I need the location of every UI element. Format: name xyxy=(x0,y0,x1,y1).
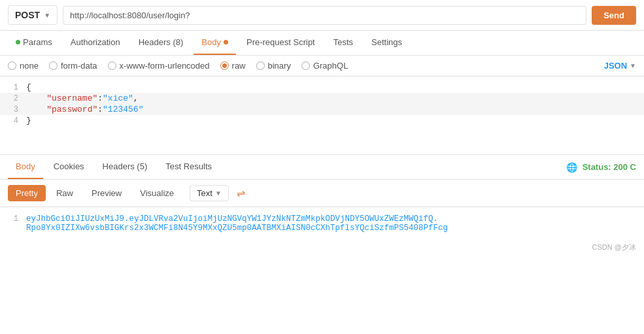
code-line-1: 1 { xyxy=(0,82,644,93)
resp-line-num-1: 1 xyxy=(0,214,26,224)
response-tab-body[interactable]: Body xyxy=(8,155,43,179)
tab-pre-request-label: Pre-request Script xyxy=(246,37,315,47)
response-tab-test-results[interactable]: Test Results xyxy=(158,155,220,179)
tab-headers[interactable]: Headers (8) xyxy=(131,31,192,55)
radio-raw xyxy=(220,61,229,70)
code-line-2: 2 "username":"xice", xyxy=(0,93,644,104)
tab-tests-label: Tests xyxy=(333,37,353,47)
option-graphql-label: GraphQL xyxy=(313,61,348,71)
code-content-1: { xyxy=(26,82,644,92)
option-form-data[interactable]: form-data xyxy=(49,61,97,71)
radio-form-data xyxy=(49,61,58,70)
response-tab-headers-label: Headers (5) xyxy=(103,161,148,171)
response-line-1: 1 eyJhbGciOiJIUzUxMiJ9.eyJDLVRva2VuIjoiM… xyxy=(0,214,644,233)
text-dropdown-label: Text xyxy=(197,188,212,198)
preview-button[interactable]: Preview xyxy=(84,185,129,201)
status-area: 🌐 Status: 200 C xyxy=(566,162,636,173)
text-dropdown[interactable]: Text ▼ xyxy=(190,185,229,201)
code-content-4: } xyxy=(26,116,644,125)
line-num-4: 4 xyxy=(0,116,26,125)
visualize-button[interactable]: Visualize xyxy=(132,185,182,201)
response-tab-test-results-label: Test Results xyxy=(165,161,212,171)
url-input[interactable] xyxy=(63,6,586,25)
method-chevron-icon: ▼ xyxy=(44,12,50,19)
code-editor[interactable]: 1 { 2 "username":"xice", 3 "password":"1… xyxy=(0,76,644,155)
tab-pre-request[interactable]: Pre-request Script xyxy=(239,31,323,55)
option-form-data-label: form-data xyxy=(61,61,97,71)
method-label: POST xyxy=(15,10,40,20)
params-dot xyxy=(16,40,20,44)
response-tab-body-label: Body xyxy=(16,161,35,171)
tab-tests[interactable]: Tests xyxy=(326,31,361,55)
option-none[interactable]: none xyxy=(8,61,39,71)
line-num-1: 1 xyxy=(0,82,26,92)
format-bar: Pretty Raw Preview Visualize Text ▼ ⇌ xyxy=(0,180,644,207)
option-binary-label: binary xyxy=(268,61,291,71)
status-badge: Status: 200 C xyxy=(583,162,636,172)
body-options-bar: none form-data x-www-form-urlencoded raw… xyxy=(0,56,644,76)
tab-headers-label: Headers (8) xyxy=(139,37,184,47)
tab-params[interactable]: Params xyxy=(8,31,60,55)
option-raw-label: raw xyxy=(232,61,246,71)
wrap-icon[interactable]: ⇌ xyxy=(237,187,245,199)
code-content-2: "username":"xice", xyxy=(26,93,644,103)
resp-token: eyJhbGciOiJIUzUxMiJ9.eyJDLVRva2VuIjoiMjU… xyxy=(26,214,644,233)
method-select[interactable]: POST ▼ xyxy=(8,5,58,25)
globe-icon: 🌐 xyxy=(566,162,577,173)
line-num-2: 2 xyxy=(0,93,26,103)
watermark: CSDN @夕冰 xyxy=(0,240,644,255)
json-selector[interactable]: JSON ▼ xyxy=(604,61,636,71)
code-content-3: "password":"123456" xyxy=(26,105,644,114)
option-urlencoded-label: x-www-form-urlencoded xyxy=(120,61,210,71)
response-tab-headers[interactable]: Headers (5) xyxy=(95,155,156,179)
json-chevron-icon: ▼ xyxy=(630,62,636,69)
response-tab-cookies[interactable]: Cookies xyxy=(46,155,92,179)
response-tab-bar: Body Cookies Headers (5) Test Results 🌐 … xyxy=(0,155,644,180)
tab-settings[interactable]: Settings xyxy=(364,31,410,55)
tab-settings-label: Settings xyxy=(371,37,402,47)
radio-graphql xyxy=(301,61,310,70)
tab-params-label: Params xyxy=(23,37,52,47)
raw-button[interactable]: Raw xyxy=(48,185,81,201)
option-urlencoded[interactable]: x-www-form-urlencoded xyxy=(108,61,210,71)
response-tab-cookies-label: Cookies xyxy=(54,161,84,171)
code-line-4: 4 } xyxy=(0,115,644,126)
radio-none xyxy=(8,61,16,70)
option-raw[interactable]: raw xyxy=(220,61,246,71)
option-graphql[interactable]: GraphQL xyxy=(301,61,348,71)
send-button[interactable]: Send xyxy=(592,6,636,25)
response-section: Body Cookies Headers (5) Test Results 🌐 … xyxy=(0,155,644,240)
url-bar: POST ▼ Send xyxy=(0,0,644,31)
body-dot xyxy=(224,40,228,44)
text-chevron-icon: ▼ xyxy=(215,190,222,197)
tab-authorization-label: Authorization xyxy=(71,37,120,47)
request-tab-bar: Params Authorization Headers (8) Body Pr… xyxy=(0,31,644,56)
json-selector-label: JSON xyxy=(604,61,627,71)
tab-body-label: Body xyxy=(201,37,221,47)
line-num-3: 3 xyxy=(0,105,26,114)
radio-binary xyxy=(256,61,265,70)
radio-urlencoded xyxy=(108,61,116,70)
tab-authorization[interactable]: Authorization xyxy=(63,31,128,55)
option-none-label: none xyxy=(20,61,39,71)
pretty-button[interactable]: Pretty xyxy=(8,185,46,201)
option-binary[interactable]: binary xyxy=(256,61,291,71)
response-body: 1 eyJhbGciOiJIUzUxMiJ9.eyJDLVRva2VuIjoiM… xyxy=(0,207,644,240)
tab-body[interactable]: Body xyxy=(194,31,236,55)
code-line-3: 3 "password":"123456" xyxy=(0,104,644,115)
